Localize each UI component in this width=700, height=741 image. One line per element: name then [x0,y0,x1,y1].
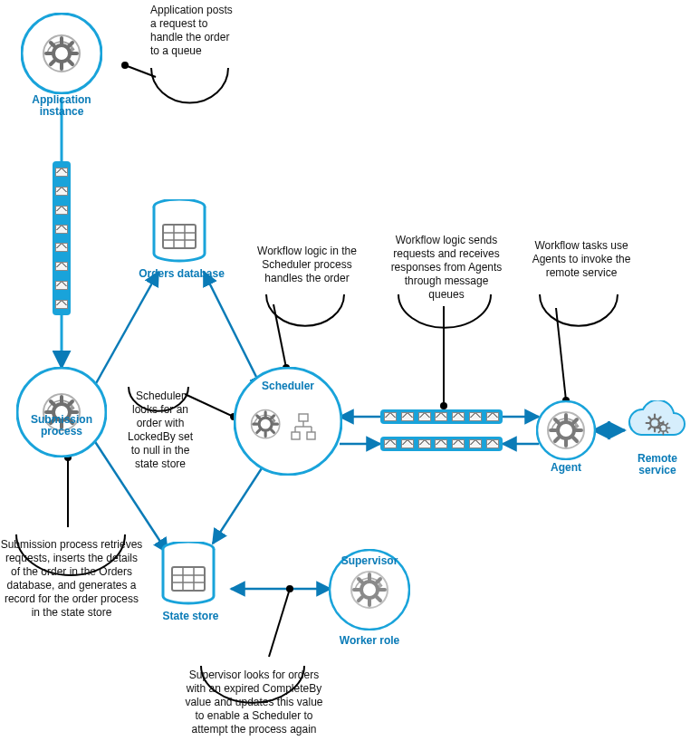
anno-submission: Submission process retrieves requests, i… [0,538,143,620]
envelope-icon [469,412,482,421]
agent-label: Agent [536,462,596,474]
anno-workflow-sends: Workflow logic sends requests and receiv… [388,234,505,302]
orders-database-node [152,199,210,265]
submission-process-node [16,367,107,457]
remote-service-label: Remote service [621,453,694,476]
envelope-icon [384,412,397,421]
remote-service-node [621,400,694,455]
envelope-icon [55,225,68,234]
scheduler-agent-queue-in [380,437,503,451]
application-instance-node [21,13,102,94]
orders-database-label: Orders database [139,268,225,280]
envelope-icon [452,412,465,421]
envelope-icon [401,439,414,448]
envelope-icon [469,439,482,448]
svg-point-43 [17,368,106,457]
envelope-icon [435,439,447,448]
envelope-icon [435,412,447,421]
anno-supervisor: Supervisor looks for orders with an expi… [179,669,329,736]
envelope-icon [384,439,397,448]
agent-node [536,400,596,460]
anno-workflow-tasks: Workflow tasks use Agents to invoke the … [527,239,636,280]
envelope-icon [486,412,499,421]
envelope-icon [55,168,68,177]
anno-scheduler-looks: Scheduler looks for an order with Locked… [125,390,196,471]
scheduler-label: Scheduler [234,380,342,392]
envelope-icon [486,439,499,448]
scheduler-agent-queue-out [380,409,503,424]
envelope-icon [452,439,465,448]
application-instance-label: Application instance [21,94,102,118]
svg-line-18 [273,304,286,368]
envelope-icon [418,412,431,421]
state-store-node [161,542,219,607]
state-store-label: State store [148,611,234,622]
envelope-icon [401,412,414,421]
submission-label-final: Submission process [12,414,111,438]
envelope-icon [55,300,68,309]
envelope-icon [55,243,68,252]
anno-workflow-logic: Workflow logic in the Scheduler process … [257,245,357,285]
envelope-icon [55,262,68,271]
envelope-icon [55,281,68,290]
svg-line-24 [269,589,290,657]
supervisor-sublabel: Worker role [329,634,410,647]
envelope-icon [55,187,68,196]
envelope-icon [55,206,68,215]
anno-app-post: Application posts a request to handle th… [150,4,237,58]
svg-point-53 [537,401,595,459]
svg-point-42 [22,14,101,93]
envelope-icon [418,439,431,448]
supervisor-label: Supervisor [329,555,410,567]
app-submission-queue [53,161,71,315]
